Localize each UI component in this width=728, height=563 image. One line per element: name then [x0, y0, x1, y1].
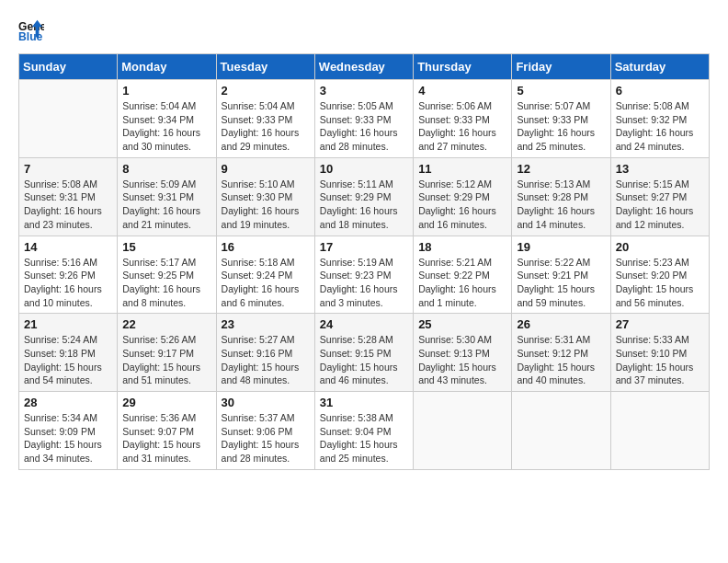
day-number: 29 [122, 396, 210, 409]
calendar-cell [19, 80, 118, 158]
day-number: 20 [616, 240, 704, 254]
day-number: 1 [122, 84, 210, 98]
day-info: Sunrise: 5:18 AMSunset: 9:24 PMDaylight:… [222, 256, 310, 310]
day-info: Sunrise: 5:09 AMSunset: 9:31 PMDaylight:… [122, 178, 210, 232]
day-number: 8 [122, 162, 210, 176]
day-number: 25 [418, 317, 506, 331]
calendar-cell [414, 392, 512, 470]
day-number: 31 [320, 396, 408, 409]
calendar-cell: 10Sunrise: 5:11 AMSunset: 9:29 PMDayligh… [314, 157, 413, 236]
day-number: 2 [222, 84, 310, 98]
calendar-cell: 27Sunrise: 5:33 AMSunset: 9:10 PMDayligh… [610, 314, 709, 392]
calendar-cell: 17Sunrise: 5:19 AMSunset: 9:23 PMDayligh… [314, 236, 413, 314]
weekday-header-thursday: Thursday [414, 54, 512, 80]
calendar-cell: 29Sunrise: 5:36 AMSunset: 9:07 PMDayligh… [118, 392, 216, 470]
calendar-week-row: 7Sunrise: 5:08 AMSunset: 9:31 PMDaylight… [19, 157, 710, 236]
calendar-cell: 18Sunrise: 5:21 AMSunset: 9:22 PMDayligh… [414, 236, 512, 314]
weekday-header-sunday: Sunday [19, 54, 118, 80]
day-info: Sunrise: 5:34 AMSunset: 9:09 PMDaylight:… [24, 411, 112, 465]
day-info: Sunrise: 5:08 AMSunset: 9:32 PMDaylight:… [616, 99, 704, 154]
calendar-cell [512, 392, 610, 470]
day-info: Sunrise: 5:15 AMSunset: 9:27 PMDaylight:… [616, 178, 704, 232]
calendar-cell: 11Sunrise: 5:12 AMSunset: 9:29 PMDayligh… [414, 157, 512, 236]
calendar-table: SundayMondayTuesdayWednesdayThursdayFrid… [18, 53, 710, 470]
calendar-cell: 16Sunrise: 5:18 AMSunset: 9:24 PMDayligh… [216, 236, 314, 314]
calendar-cell: 31Sunrise: 5:38 AMSunset: 9:04 PMDayligh… [314, 392, 413, 470]
day-info: Sunrise: 5:30 AMSunset: 9:13 PMDaylight:… [418, 333, 506, 387]
day-info: Sunrise: 5:06 AMSunset: 9:33 PMDaylight:… [418, 99, 506, 154]
day-number: 3 [320, 84, 408, 98]
calendar-cell [610, 392, 709, 470]
day-info: Sunrise: 5:17 AMSunset: 9:25 PMDaylight:… [122, 256, 210, 310]
weekday-header-wednesday: Wednesday [314, 54, 413, 80]
day-number: 14 [24, 240, 112, 254]
weekday-header-saturday: Saturday [610, 54, 709, 80]
day-number: 17 [320, 240, 408, 254]
day-info: Sunrise: 5:22 AMSunset: 9:21 PMDaylight:… [517, 256, 605, 310]
calendar-cell: 4Sunrise: 5:06 AMSunset: 9:33 PMDaylight… [414, 80, 512, 158]
calendar-cell: 9Sunrise: 5:10 AMSunset: 9:30 PMDaylight… [216, 157, 314, 236]
day-number: 11 [418, 162, 506, 176]
day-number: 26 [517, 317, 605, 331]
day-info: Sunrise: 5:37 AMSunset: 9:06 PMDaylight:… [222, 411, 310, 465]
calendar-cell: 19Sunrise: 5:22 AMSunset: 9:21 PMDayligh… [512, 236, 610, 314]
day-number: 28 [24, 396, 112, 409]
day-info: Sunrise: 5:28 AMSunset: 9:15 PMDaylight:… [320, 333, 408, 387]
day-number: 19 [517, 240, 605, 254]
day-info: Sunrise: 5:08 AMSunset: 9:31 PMDaylight:… [24, 178, 112, 232]
day-info: Sunrise: 5:04 AMSunset: 9:33 PMDaylight:… [222, 99, 310, 154]
calendar-cell: 20Sunrise: 5:23 AMSunset: 9:20 PMDayligh… [610, 236, 709, 314]
calendar-cell: 12Sunrise: 5:13 AMSunset: 9:28 PMDayligh… [512, 157, 610, 236]
day-number: 13 [616, 162, 704, 176]
day-info: Sunrise: 5:31 AMSunset: 9:12 PMDaylight:… [517, 333, 605, 387]
calendar-cell: 22Sunrise: 5:26 AMSunset: 9:17 PMDayligh… [118, 314, 216, 392]
day-number: 21 [24, 317, 112, 331]
page-header: General Blue [18, 18, 710, 44]
calendar-cell: 2Sunrise: 5:04 AMSunset: 9:33 PMDaylight… [216, 80, 314, 158]
day-number: 23 [222, 317, 310, 331]
calendar-cell: 14Sunrise: 5:16 AMSunset: 9:26 PMDayligh… [19, 236, 118, 314]
calendar-cell: 21Sunrise: 5:24 AMSunset: 9:18 PMDayligh… [19, 314, 118, 392]
day-info: Sunrise: 5:26 AMSunset: 9:17 PMDaylight:… [122, 333, 210, 387]
calendar-cell: 13Sunrise: 5:15 AMSunset: 9:27 PMDayligh… [610, 157, 709, 236]
day-info: Sunrise: 5:13 AMSunset: 9:28 PMDaylight:… [517, 178, 605, 232]
weekday-header-tuesday: Tuesday [216, 54, 314, 80]
day-number: 16 [222, 240, 310, 254]
calendar-week-row: 14Sunrise: 5:16 AMSunset: 9:26 PMDayligh… [19, 236, 710, 314]
day-info: Sunrise: 5:21 AMSunset: 9:22 PMDaylight:… [418, 256, 506, 310]
calendar-cell: 28Sunrise: 5:34 AMSunset: 9:09 PMDayligh… [19, 392, 118, 470]
svg-text:Blue: Blue [18, 30, 43, 43]
calendar-week-row: 1Sunrise: 5:04 AMSunset: 9:34 PMDaylight… [19, 80, 710, 158]
logo: General Blue [18, 18, 50, 44]
day-info: Sunrise: 5:11 AMSunset: 9:29 PMDaylight:… [320, 178, 408, 232]
day-number: 4 [418, 84, 506, 98]
calendar-cell: 6Sunrise: 5:08 AMSunset: 9:32 PMDaylight… [610, 80, 709, 158]
weekday-header-monday: Monday [118, 54, 216, 80]
day-info: Sunrise: 5:10 AMSunset: 9:30 PMDaylight:… [222, 178, 310, 232]
day-info: Sunrise: 5:36 AMSunset: 9:07 PMDaylight:… [122, 411, 210, 465]
calendar-cell: 25Sunrise: 5:30 AMSunset: 9:13 PMDayligh… [414, 314, 512, 392]
day-info: Sunrise: 5:19 AMSunset: 9:23 PMDaylight:… [320, 256, 408, 310]
logo-icon: General Blue [18, 18, 44, 44]
day-number: 6 [616, 84, 704, 98]
calendar-cell: 26Sunrise: 5:31 AMSunset: 9:12 PMDayligh… [512, 314, 610, 392]
calendar-cell: 5Sunrise: 5:07 AMSunset: 9:33 PMDaylight… [512, 80, 610, 158]
day-number: 15 [122, 240, 210, 254]
calendar-cell: 8Sunrise: 5:09 AMSunset: 9:31 PMDaylight… [118, 157, 216, 236]
calendar-cell: 15Sunrise: 5:17 AMSunset: 9:25 PMDayligh… [118, 236, 216, 314]
day-info: Sunrise: 5:38 AMSunset: 9:04 PMDaylight:… [320, 411, 408, 465]
calendar-cell: 23Sunrise: 5:27 AMSunset: 9:16 PMDayligh… [216, 314, 314, 392]
day-number: 18 [418, 240, 506, 254]
day-number: 10 [320, 162, 408, 176]
calendar-week-row: 28Sunrise: 5:34 AMSunset: 9:09 PMDayligh… [19, 392, 710, 470]
day-number: 9 [222, 162, 310, 176]
day-info: Sunrise: 5:24 AMSunset: 9:18 PMDaylight:… [24, 333, 112, 387]
day-number: 30 [222, 396, 310, 409]
day-info: Sunrise: 5:27 AMSunset: 9:16 PMDaylight:… [222, 333, 310, 387]
day-info: Sunrise: 5:23 AMSunset: 9:20 PMDaylight:… [616, 256, 704, 310]
weekday-header-row: SundayMondayTuesdayWednesdayThursdayFrid… [19, 54, 710, 80]
calendar-cell: 30Sunrise: 5:37 AMSunset: 9:06 PMDayligh… [216, 392, 314, 470]
day-number: 5 [517, 84, 605, 98]
day-info: Sunrise: 5:07 AMSunset: 9:33 PMDaylight:… [517, 99, 605, 154]
day-info: Sunrise: 5:04 AMSunset: 9:34 PMDaylight:… [122, 99, 210, 154]
